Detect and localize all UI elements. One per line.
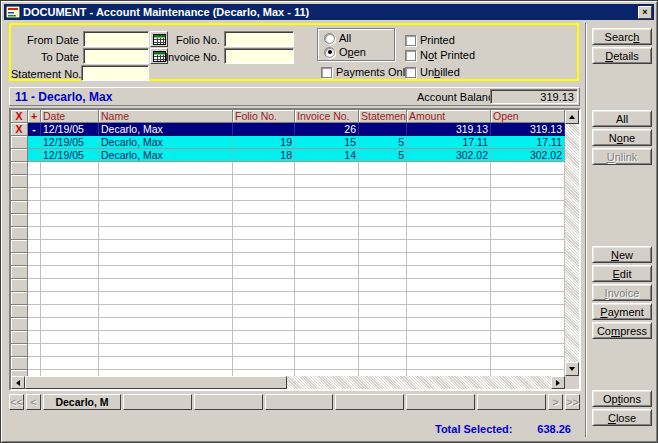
scroll-down-icon[interactable] [565,362,579,376]
scroll-up-icon[interactable] [565,110,579,124]
empty-cell [233,227,295,240]
record-tab-active[interactable]: Decarlo, M [43,394,121,410]
horizontal-scroll-track[interactable] [287,376,551,389]
empty-cell [491,344,565,357]
cell-folio [233,123,295,136]
scroll-left-icon[interactable] [11,376,25,389]
empty-table-row [11,227,565,240]
checkbox-not-printed[interactable]: Not Printed [405,48,475,62]
none-button[interactable]: None [592,129,652,146]
empty-cell [28,344,41,357]
empty-cell [359,357,407,370]
table-row[interactable]: X-12/19/05Decarlo, Max26319.13319.13 [11,123,565,136]
folio-no-input[interactable] [224,31,294,47]
radio-open[interactable]: Open [324,45,394,59]
cell-x [11,149,28,162]
empty-cell [407,227,491,240]
horizontal-scrollbar[interactable] [11,376,579,389]
empty-cell [295,188,359,201]
radio-all[interactable]: All [324,31,394,45]
col-header-date: Date [41,110,99,123]
invoice-button: Invoice [592,284,652,301]
table-body: X-12/19/05Decarlo, Max26319.13319.1312/1… [11,123,565,376]
checkbox-unbilled[interactable]: Unbilled [405,65,460,79]
to-date-input[interactable] [83,48,149,64]
empty-cell [491,162,565,175]
statement-no-label: Statement No. [11,68,79,80]
empty-cell [11,357,28,370]
account-balance-label: Account Balance [417,91,500,103]
empty-cell [233,266,295,279]
checkbox-payments-only[interactable]: Payments Only [321,65,411,79]
vertical-scrollbar[interactable] [565,110,579,376]
total-selected-value: 638.26 [499,423,571,435]
empty-cell [491,175,565,188]
empty-cell [407,188,491,201]
from-date-input[interactable] [83,31,149,47]
details-button[interactable]: Details [592,47,652,64]
empty-cell [491,318,565,331]
table-row[interactable]: 12/19/05Decarlo, Max18145302.02302.02 [11,149,565,162]
horizontal-scroll-thumb[interactable] [25,376,287,389]
empty-cell [99,357,233,370]
account-header-bar: 11 - Decarlo, Max Account Balance 319.13 [9,87,580,106]
empty-cell [359,305,407,318]
empty-cell [28,214,41,227]
checkbox-printed[interactable]: Printed [405,33,455,47]
empty-cell [359,279,407,292]
options-button[interactable]: Options [592,390,652,407]
cell-amount: 17.11 [407,136,491,149]
statement-no-input[interactable] [81,65,149,81]
scroll-right-icon[interactable] [551,376,565,389]
empty-cell [233,344,295,357]
record-tab-empty [406,394,475,410]
empty-cell [41,188,99,201]
table-row[interactable]: 12/19/05Decarlo, Max1915517.1117.11 [11,136,565,149]
new-button[interactable]: New [592,246,652,263]
cell-invoice: 15 [295,136,359,149]
empty-cell [407,344,491,357]
empty-cell [491,214,565,227]
empty-cell [99,227,233,240]
cell-date: 12/19/05 [41,149,99,162]
payment-button[interactable]: Payment [592,303,652,320]
empty-cell [41,253,99,266]
empty-cell [359,344,407,357]
empty-cell [11,227,28,240]
empty-cell [491,188,565,201]
close-icon[interactable]: × [638,6,652,19]
empty-cell [28,201,41,214]
empty-cell [41,175,99,188]
empty-cell [233,214,295,227]
compress-button[interactable]: Compress [592,322,652,339]
invoice-no-input[interactable] [224,48,294,64]
empty-cell [41,214,99,227]
empty-cell [233,279,295,292]
cell-statement: 5 [359,136,407,149]
empty-cell [11,292,28,305]
empty-cell [233,162,295,175]
empty-cell [28,357,41,370]
empty-cell [491,305,565,318]
all-button[interactable]: All [592,110,652,127]
close-button[interactable]: Close [592,409,652,426]
empty-cell [11,318,28,331]
cell-invoice: 26 [295,123,359,136]
empty-cell [359,162,407,175]
empty-cell [407,357,491,370]
search-button[interactable]: Search [592,28,652,45]
empty-cell [99,331,233,344]
empty-cell [407,253,491,266]
empty-cell [359,188,407,201]
vertical-scroll-track[interactable] [565,124,579,362]
cell-plus [28,149,41,162]
checkbox-icon [405,35,416,46]
empty-table-row [11,214,565,227]
empty-cell [28,279,41,292]
documents-table: X + Date Name Folio No. Invoice No. Stat… [9,108,581,391]
unlink-button: Unlink [592,148,652,165]
empty-cell [41,162,99,175]
edit-button[interactable]: Edit [592,265,652,282]
status-radio-group: All Open [317,28,395,61]
title-bar[interactable]: DOCUMENT - Account Maintenance (Decarlo,… [4,4,654,20]
